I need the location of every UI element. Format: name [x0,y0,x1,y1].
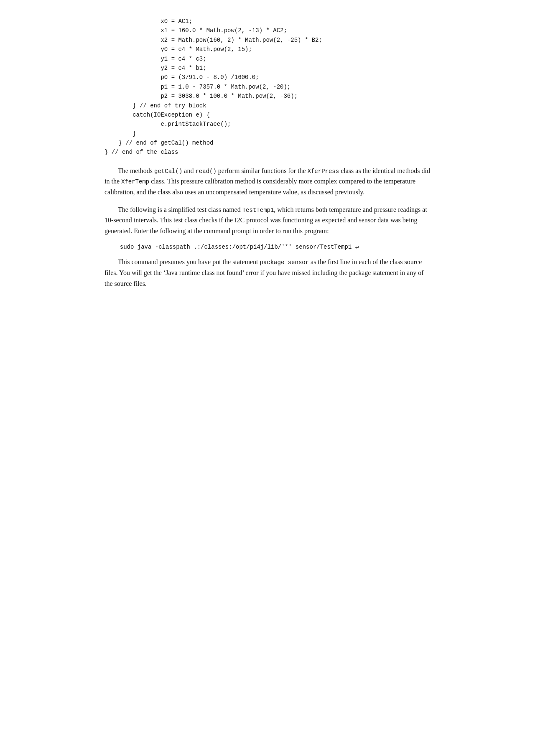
text-and: and [182,167,195,174]
inline-code-xfertemp: XferTemp [121,178,149,185]
text-before-1: The methods [118,167,154,174]
command-block: sudo java -classpath .:/classes:/opt/pi4… [113,243,431,252]
code-block: x0 = AC1; x1 = 160.0 * Math.pow(2, -13) … [104,17,431,157]
paragraph-1: The methods getCal() and read() perform … [104,165,431,198]
inline-code-xferpress: XferPress [308,168,339,175]
paragraph-2: The following is a simplified test class… [104,204,431,237]
inline-code-read: read() [195,168,216,175]
text-following: The following is a simplified test class… [118,206,242,213]
text-after-read: perform similar functions for the [217,167,308,174]
inline-code-getcal: getCal() [154,168,182,175]
paragraph-3: This command presumes you have put the s… [104,257,431,289]
page-container: x0 = AC1; x1 = 160.0 * Math.pow(2, -13) … [79,0,456,329]
inline-code-package-sensor: package sensor [260,259,309,266]
text-this-command: This command presumes you have put the s… [118,258,260,265]
text-rest-p1: class. This pressure calibration method … [104,178,415,196]
inline-code-testtemp1: TestTemp1 [242,207,274,214]
